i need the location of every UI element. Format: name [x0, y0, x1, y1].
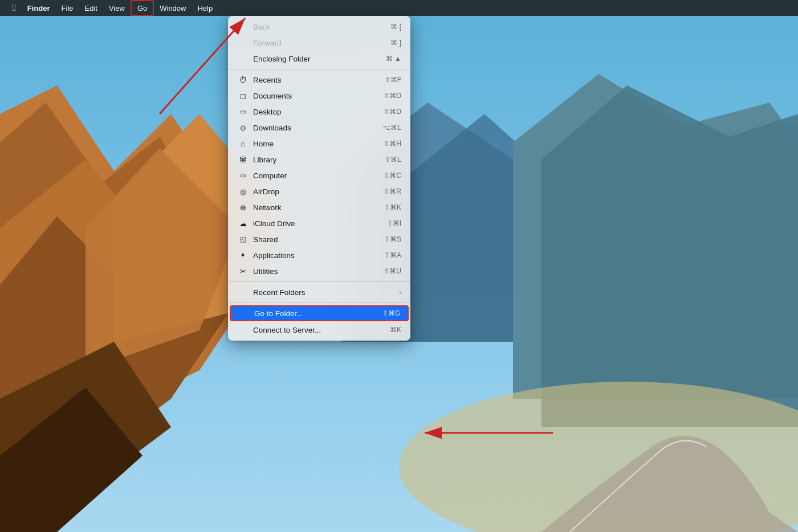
- utilities-label: Utilities: [253, 267, 384, 276]
- back-label: Back: [253, 23, 390, 31]
- airdrop-icon: ◎: [237, 187, 249, 196]
- menubar-finder[interactable]: Finder: [22, 0, 56, 16]
- icloud-icon: ☁: [237, 219, 249, 228]
- connect-server-label: Connect to Server...: [253, 326, 390, 334]
- menu-item-documents[interactable]: ◻ Documents ⇧⌘O: [228, 88, 410, 104]
- network-label: Network: [253, 203, 384, 212]
- applications-shortcut: ⇧⌘A: [384, 251, 401, 259]
- menu-item-icloud[interactable]: ☁ iCloud Drive ⇧⌘I: [228, 215, 410, 231]
- forward-shortcut: ⌘ ]: [390, 39, 401, 47]
- desktop-shortcut: ⇧⌘D: [384, 108, 401, 116]
- menu-item-network[interactable]: ⊕ Network ⇧⌘K: [228, 199, 410, 215]
- enclosing-shortcut: ⌘ ▲: [386, 55, 401, 63]
- network-icon: ⊕: [237, 203, 249, 212]
- utilities-shortcut: ⇧⌘U: [384, 267, 401, 275]
- goto-folder-label: Go to Folder...: [254, 309, 382, 318]
- library-label: Library: [253, 155, 385, 164]
- divider-3: [228, 302, 410, 303]
- menubar:  Finder File Edit View Go Window Help: [0, 0, 798, 16]
- menubar-file[interactable]: File: [56, 0, 79, 16]
- svg-marker-4: [542, 85, 798, 427]
- home-shortcut: ⇧⌘H: [384, 140, 401, 148]
- menu-item-forward[interactable]: Forward ⌘ ]: [228, 35, 410, 51]
- recents-icon: ⏱: [237, 75, 249, 84]
- downloads-icon: ⊙: [237, 124, 249, 132]
- home-icon: ⌂: [237, 139, 249, 148]
- divider-1: [228, 69, 410, 69]
- library-icon: 🏛: [237, 155, 249, 164]
- menubar-window[interactable]: Window: [154, 0, 192, 16]
- menubar-view[interactable]: View: [103, 0, 131, 16]
- menubar-help[interactable]: Help: [192, 0, 218, 16]
- enclosing-label: Enclosing Folder: [253, 55, 386, 63]
- documents-label: Documents: [253, 92, 384, 100]
- documents-icon: ◻: [237, 92, 249, 100]
- icloud-label: iCloud Drive: [253, 219, 387, 228]
- go-dropdown-menu: Back ⌘ [ Forward ⌘ ] Enclosing Folder ⌘ …: [228, 16, 410, 341]
- menu-item-goto-folder[interactable]: Go to Folder... ⇧⌘G: [230, 305, 409, 321]
- shared-label: Shared: [253, 235, 384, 244]
- airdrop-label: AirDrop: [253, 187, 384, 196]
- recents-label: Recents: [253, 76, 385, 84]
- menu-item-home[interactable]: ⌂ Home ⇧⌘H: [228, 136, 410, 152]
- icloud-shortcut: ⇧⌘I: [387, 219, 401, 227]
- menubar-go[interactable]: Go: [131, 0, 154, 16]
- shared-icon: ◱: [237, 235, 249, 243]
- menu-item-enclosing-folder[interactable]: Enclosing Folder ⌘ ▲: [228, 51, 410, 67]
- menu-item-desktop[interactable]: ▭ Desktop ⇧⌘D: [228, 104, 410, 120]
- shared-shortcut: ⇧⌘S: [384, 235, 401, 243]
- menu-item-back[interactable]: Back ⌘ [: [228, 19, 410, 35]
- documents-shortcut: ⇧⌘O: [384, 92, 401, 100]
- menu-item-recents[interactable]: ⏱ Recents ⇧⌘F: [228, 72, 410, 88]
- menu-item-shared[interactable]: ◱ Shared ⇧⌘S: [228, 231, 410, 247]
- menu-item-recent-folders[interactable]: Recent Folders ›: [228, 284, 410, 300]
- desktop-label: Desktop: [253, 108, 384, 116]
- applications-label: Applications: [253, 251, 384, 260]
- applications-icon: ✦: [237, 251, 249, 259]
- computer-shortcut: ⇧⌘C: [384, 171, 401, 179]
- utilities-icon: ✂: [237, 267, 249, 276]
- network-shortcut: ⇧⌘K: [384, 203, 401, 211]
- menu-item-airdrop[interactable]: ◎ AirDrop ⇧⌘R: [228, 183, 410, 199]
- downloads-shortcut: ⌥⌘L: [382, 124, 401, 132]
- menu-item-connect-server[interactable]: Connect to Server... ⌘K: [228, 322, 410, 338]
- computer-icon: ▭: [237, 171, 249, 179]
- desktop-icon: ▭: [237, 108, 249, 116]
- computer-label: Computer: [253, 171, 384, 180]
- forward-label: Forward: [253, 39, 390, 47]
- menu-item-downloads[interactable]: ⊙ Downloads ⌥⌘L: [228, 120, 410, 136]
- connect-server-shortcut: ⌘K: [390, 326, 401, 334]
- recent-folders-label: Recent Folders: [253, 288, 399, 297]
- back-shortcut: ⌘ [: [390, 23, 401, 31]
- divider-2: [228, 281, 410, 282]
- menu-item-utilities[interactable]: ✂ Utilities ⇧⌘U: [228, 263, 410, 279]
- menubar-edit[interactable]: Edit: [79, 0, 103, 16]
- menu-item-computer[interactable]: ▭ Computer ⇧⌘C: [228, 167, 410, 183]
- menu-item-library[interactable]: 🏛 Library ⇧⌘L: [228, 152, 410, 167]
- goto-folder-shortcut: ⇧⌘G: [382, 309, 400, 317]
- apple-menu[interactable]: : [7, 3, 22, 13]
- recent-folders-chevron: ›: [399, 289, 401, 296]
- library-shortcut: ⇧⌘L: [385, 155, 401, 163]
- home-label: Home: [253, 140, 384, 148]
- downloads-label: Downloads: [253, 124, 382, 132]
- airdrop-shortcut: ⇧⌘R: [384, 187, 401, 195]
- recents-shortcut: ⇧⌘F: [385, 76, 401, 84]
- menu-item-applications[interactable]: ✦ Applications ⇧⌘A: [228, 247, 410, 263]
